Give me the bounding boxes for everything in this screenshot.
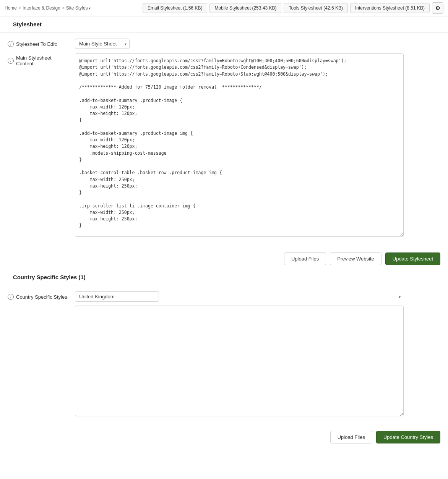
- country-upload-files-button[interactable]: Upload Files: [330, 431, 372, 443]
- main-stylesheet-content-row: i Main StylesheetContent:: [8, 53, 440, 238]
- stylesheet-info-icon: i: [8, 41, 14, 47]
- stylesheet-to-edit-label: Stylesheet To Edit:: [16, 41, 57, 47]
- country-label-group: i Country Specific Styles:: [8, 291, 69, 300]
- preview-website-button[interactable]: Preview Website: [330, 252, 381, 265]
- country-collapse-button[interactable]: –: [6, 274, 9, 280]
- stylesheet-section-title: Stylesheet: [13, 21, 42, 28]
- update-country-styles-button[interactable]: Update Country Styles: [376, 431, 440, 443]
- breadcrumb-interface[interactable]: Interface & Design: [23, 5, 60, 11]
- country-section-header: – Country Specific Styles (1): [0, 269, 448, 285]
- country-stylesheet-textarea[interactable]: [75, 306, 404, 416]
- breadcrumb-sep2: >: [62, 5, 65, 11]
- code-editor-wrap: [75, 53, 404, 238]
- stylesheet-form: i Stylesheet To Edit: Main Style Sheet E…: [0, 32, 448, 249]
- main-content-label: Main StylesheetContent:: [16, 55, 52, 66]
- country-info-icon: i: [8, 294, 14, 300]
- gear-button[interactable]: ⚙: [432, 2, 443, 14]
- breadcrumb-site-styles[interactable]: Site Styles ▾: [66, 5, 91, 11]
- tab-mobile-stylesheet[interactable]: Mobile Stylesheet (253.43 KB): [209, 3, 281, 13]
- country-specific-styles-row: i Country Specific Styles: United Kingdo…: [8, 291, 440, 416]
- tab-email-stylesheet[interactable]: Email Stylesheet (1.56 KB): [143, 3, 207, 13]
- breadcrumb-sep1: >: [18, 5, 21, 11]
- country-select-and-textarea: United Kingdom United States France Germ…: [75, 291, 404, 416]
- country-action-row: Upload Files Update Country Styles: [0, 427, 448, 447]
- stylesheet-select-wrap: Main Style Sheet Email Stylesheet Mobile…: [75, 39, 130, 49]
- breadcrumb-home[interactable]: Home: [5, 5, 17, 11]
- tab-interventions-stylesheet[interactable]: Interventions Stylesheet (8.51 KB): [350, 3, 430, 13]
- tab-tools-stylesheet[interactable]: Tools Stylesheet (42.5 KB): [284, 3, 347, 13]
- country-section-title: Country Specific Styles (1): [13, 274, 86, 280]
- main-content-label-group: i Main StylesheetContent:: [8, 53, 69, 66]
- main-content-info-icon: i: [8, 58, 14, 64]
- country-label: Country Specific Styles:: [16, 294, 68, 300]
- country-form: i Country Specific Styles: United Kingdo…: [0, 285, 448, 427]
- stylesheet-action-row: Upload Files Preview Website Update Styl…: [0, 249, 448, 269]
- stylesheet-upload-files-button[interactable]: Upload Files: [284, 252, 326, 265]
- stylesheet-select[interactable]: Main Style Sheet Email Stylesheet Mobile…: [75, 39, 130, 49]
- main-stylesheet-textarea[interactable]: [75, 53, 404, 237]
- country-select-wrap: United Kingdom United States France Germ…: [75, 291, 404, 302]
- breadcrumb: Home > Interface & Design > Site Styles …: [5, 5, 140, 11]
- top-nav-bar: Home > Interface & Design > Site Styles …: [0, 0, 448, 16]
- update-stylesheet-button[interactable]: Update Stylesheet: [385, 252, 440, 265]
- stylesheet-label-group: i Stylesheet To Edit:: [8, 39, 69, 47]
- stylesheet-collapse-button[interactable]: –: [6, 21, 9, 28]
- nav-tabs: Email Stylesheet (1.56 KB) Mobile Styles…: [143, 2, 443, 14]
- country-select-arrow-icon: ▾: [399, 295, 401, 299]
- stylesheet-to-edit-row: i Stylesheet To Edit: Main Style Sheet E…: [8, 39, 440, 49]
- stylesheet-section-header: – Stylesheet: [0, 16, 448, 32]
- country-select[interactable]: United Kingdom United States France Germ…: [75, 291, 159, 302]
- page-content: – Stylesheet i Stylesheet To Edit: Main …: [0, 16, 448, 447]
